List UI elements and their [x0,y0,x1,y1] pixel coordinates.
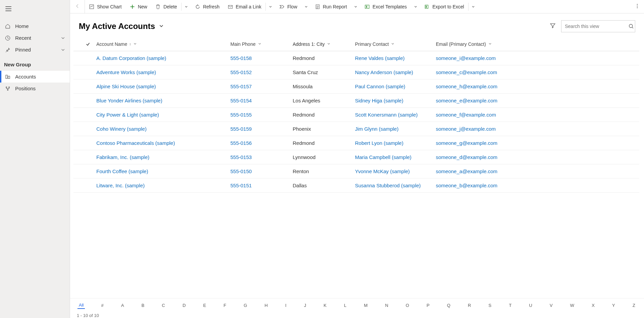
contact-link[interactable]: Scott Konersmann (sample) [355,112,418,118]
run-report-dropdown[interactable] [351,0,360,13]
alpha-index-v[interactable]: V [548,302,554,309]
alpha-index-d[interactable]: D [181,302,187,309]
alpha-index-m[interactable]: M [362,302,369,309]
hamburger-button[interactable] [0,0,70,18]
contact-link[interactable]: Nancy Anderson (sample) [355,69,413,75]
alpha-index-i[interactable]: I [284,302,288,309]
alpha-index-z[interactable]: Z [631,302,637,309]
alpha-index-c[interactable]: C [161,302,166,309]
table-row[interactable]: Blue Yonder Airlines (sample)555-0154Los… [73,94,639,108]
sidebar-item-pinned[interactable]: Pinned [0,44,70,56]
show-chart-button[interactable]: Show Chart [85,0,126,13]
table-row[interactable]: City Power & Light (sample)555-0155Redmo… [73,108,639,122]
alpha-index-w[interactable]: W [569,302,576,309]
search-box[interactable] [561,20,635,32]
sidebar-item-recent[interactable]: Recent [0,32,70,44]
alpha-index-o[interactable]: O [404,302,410,309]
phone-link[interactable]: 555-0157 [230,84,252,89]
sidebar-item-home[interactable]: Home [0,20,70,32]
alpha-index-y[interactable]: Y [611,302,616,309]
table-row[interactable]: Litware, Inc. (sample)555-0151DallasSusa… [73,179,639,193]
refresh-button[interactable]: Refresh [191,0,224,13]
table-row[interactable]: Contoso Pharmaceuticals (sample)555-0156… [73,136,639,150]
phone-link[interactable]: 555-0152 [230,69,252,75]
alpha-index-b[interactable]: B [140,302,146,309]
alpha-index-f[interactable]: F [222,302,228,309]
column-header-city[interactable]: Address 1: City [293,41,355,47]
column-header-email[interactable]: Email (Primary Contact) [436,41,639,47]
contact-link[interactable]: Paul Cannon (sample) [355,84,405,89]
alpha-index-k[interactable]: K [322,302,328,309]
account-name-link[interactable]: Blue Yonder Airlines (sample) [96,98,162,103]
alpha-index-u[interactable]: U [528,302,534,309]
account-name-link[interactable]: Alpine Ski House (sample) [96,84,156,89]
alpha-index-r[interactable]: R [466,302,472,309]
filter-button[interactable] [547,21,558,32]
email-link[interactable]: someone_f@example.com [436,112,496,118]
account-name-link[interactable]: Coho Winery (sample) [96,126,147,132]
alpha-index-l[interactable]: L [343,302,348,309]
view-selector[interactable]: My Active Accounts [79,22,164,31]
email-link[interactable]: someone_a@example.com [436,168,497,174]
email-link[interactable]: someone_d@example.com [436,154,497,160]
contact-link[interactable]: Jim Glynn (sample) [355,126,398,132]
account-name-link[interactable]: Fourth Coffee (sample) [96,168,148,174]
alpha-index-all[interactable]: All [77,302,85,309]
alpha-index-p[interactable]: P [425,302,431,309]
account-name-link[interactable]: Fabrikam, Inc. (sample) [96,154,150,160]
email-link[interactable]: someone_h@example.com [436,84,497,89]
alpha-index-t[interactable]: T [508,302,513,309]
flow-dropdown[interactable] [301,0,311,13]
table-row[interactable]: Adventure Works (sample)555-0152Santa Cr… [73,65,639,80]
alpha-index-g[interactable]: G [243,302,249,309]
phone-link[interactable]: 555-0150 [230,168,252,174]
delete-dropdown[interactable] [182,0,191,13]
phone-link[interactable]: 555-0159 [230,126,252,132]
new-button[interactable]: New [126,0,151,13]
phone-link[interactable]: 555-0156 [230,140,252,146]
alpha-index-a[interactable]: A [120,302,125,309]
account-name-link[interactable]: Adventure Works (sample) [96,69,156,75]
alpha-index-x[interactable]: X [590,302,596,309]
email-link[interactable]: someone_c@example.com [436,69,497,75]
column-header-contact[interactable]: Primary Contact [355,41,436,47]
export-excel-button[interactable]: Export to Excel [420,0,468,13]
contact-link[interactable]: Yvonne McKay (sample) [355,168,410,174]
email-link[interactable]: someone_j@example.com [436,126,496,132]
flow-button[interactable]: Flow [275,0,301,13]
alpha-index-#[interactable]: # [100,302,105,309]
account-name-link[interactable]: City Power & Light (sample) [96,112,159,118]
delete-button[interactable]: Delete [151,0,181,13]
sidebar-item-accounts[interactable]: Accounts [0,71,70,83]
excel-templates-dropdown[interactable] [411,0,420,13]
sidebar-item-positions[interactable]: Positions [0,83,70,94]
alpha-index-e[interactable]: E [202,302,207,309]
email-link[interactable]: someone_e@example.com [436,98,497,103]
search-input[interactable] [561,24,627,29]
email-link[interactable]: someone_g@example.com [436,140,497,146]
alpha-index-n[interactable]: N [384,302,389,309]
table-row[interactable]: A. Datum Corporation (sample)555-0158Red… [73,51,639,65]
phone-link[interactable]: 555-0158 [230,55,252,61]
alpha-index-j[interactable]: J [302,302,308,309]
back-button[interactable] [70,0,85,13]
select-all-column[interactable] [79,42,96,46]
table-row[interactable]: Fourth Coffee (sample)555-0150RentonYvon… [73,164,639,179]
table-row[interactable]: Coho Winery (sample)555-0159PhoenixJim G… [73,122,639,136]
email-link[interactable]: someone_i@example.com [436,55,496,61]
phone-link[interactable]: 555-0153 [230,154,252,160]
email-link-dropdown[interactable] [266,0,275,13]
email-link-button[interactable]: Email a Link [224,0,265,13]
export-excel-dropdown[interactable] [469,0,478,13]
run-report-button[interactable]: Run Report [311,0,351,13]
phone-link[interactable]: 555-0155 [230,112,252,118]
contact-link[interactable]: Robert Lyon (sample) [355,140,404,146]
contact-link[interactable]: Rene Valdes (sample) [355,55,405,61]
search-icon[interactable] [627,24,635,29]
column-header-phone[interactable]: Main Phone [230,41,293,47]
email-link[interactable]: someone_b@example.com [436,183,497,188]
table-row[interactable]: Alpine Ski House (sample)555-0157Missoul… [73,80,639,94]
alpha-index-h[interactable]: H [263,302,269,309]
column-header-name[interactable]: Account Name ↑ [96,41,230,47]
overflow-menu-button[interactable] [631,3,644,10]
